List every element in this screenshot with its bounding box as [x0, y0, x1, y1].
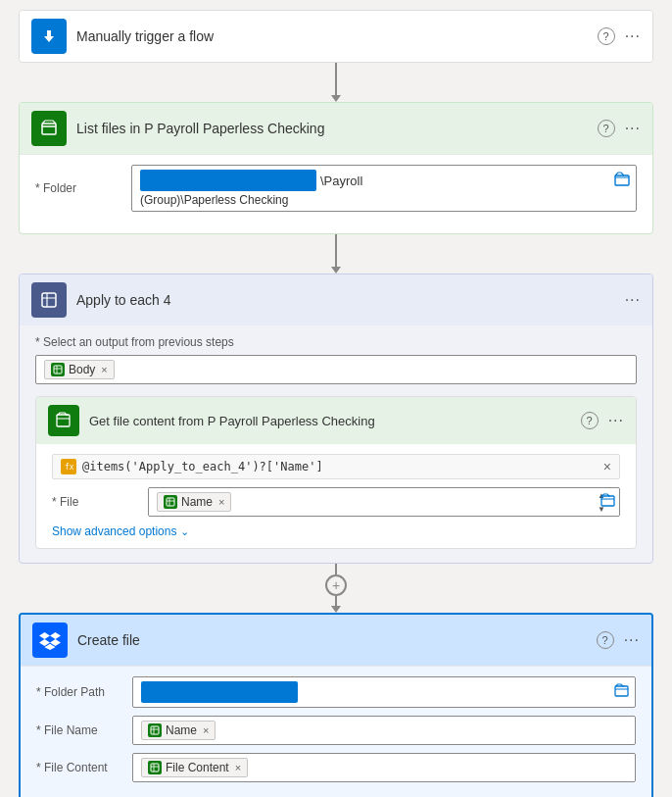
folder-input-row: \Payroll — [140, 170, 628, 191]
apply-each-card: Apply to each 4 ··· * Select an output f… — [19, 274, 653, 564]
create-file-more-icon[interactable]: ··· — [624, 631, 640, 649]
get-file-actions: ? ··· — [581, 412, 624, 429]
connector-line — [335, 63, 337, 95]
file-input-box[interactable]: Name × ▲ ▼ — [148, 487, 620, 517]
listfiles-card: List files in P Payroll Paperless Checki… — [19, 102, 653, 234]
chevron-down-icon: ⌄ — [180, 525, 189, 538]
connector-1 — [331, 63, 341, 102]
body-tag-icon — [51, 363, 65, 376]
svg-rect-10 — [151, 764, 159, 772]
connector-arrow-2 — [331, 267, 341, 274]
listfiles-header: List files in P Payroll Paperless Checki… — [20, 103, 652, 154]
apply-body: * Select an output from previous steps B… — [20, 325, 652, 563]
create-file-body: * Folder Path * File Name — [21, 666, 651, 797]
file-browse-icon[interactable] — [600, 493, 615, 511]
folder-browse-icon[interactable] — [614, 172, 630, 190]
show-advanced-label: Show advanced options — [52, 524, 176, 538]
connector-plus-wrap: + — [325, 564, 347, 613]
apply-more-icon[interactable]: ··· — [625, 291, 641, 309]
file-content-row: * File Content File Content × — [36, 753, 636, 782]
trigger-card: Manually trigger a flow ? ··· — [19, 10, 653, 63]
listfiles-icon — [31, 111, 67, 146]
name-tag-icon — [164, 495, 177, 509]
trigger-help-icon[interactable]: ? — [598, 27, 615, 45]
create-content-tag-close[interactable]: × — [235, 762, 241, 773]
folder-path-label: * Folder Path — [36, 685, 124, 699]
get-file-more-icon[interactable]: ··· — [608, 412, 624, 429]
svg-rect-0 — [42, 124, 56, 134]
trigger-card-header: Manually trigger a flow ? ··· — [20, 11, 652, 62]
file-name-input[interactable]: Name × — [132, 716, 636, 745]
connector-line-3 — [335, 564, 337, 574]
folder-blue-value — [140, 170, 316, 191]
expr-icon: fx — [61, 459, 76, 474]
name-tag-close[interactable]: × — [218, 496, 224, 508]
show-advanced-options[interactable]: Show advanced options ⌄ — [52, 524, 620, 538]
file-content-label: * File Content — [36, 761, 124, 774]
create-content-tag-label: File Content — [166, 761, 229, 774]
connector-arrow-3 — [331, 606, 341, 613]
connector-line-4 — [335, 596, 337, 607]
create-name-tag-close[interactable]: × — [203, 724, 209, 736]
create-file-title: Create file — [77, 632, 587, 648]
listfiles-body: * Folder \Payroll (Group)\Paperless Chec… — [20, 154, 652, 233]
svg-rect-9 — [151, 726, 159, 734]
svg-rect-7 — [601, 496, 614, 506]
expr-text: @items('Apply_to_each_4')?['Name'] — [82, 460, 323, 473]
svg-rect-8 — [615, 686, 628, 696]
svg-text:fx: fx — [65, 463, 73, 472]
listfiles-more-icon[interactable]: ··· — [625, 120, 641, 137]
name-tag-pill: Name × — [157, 492, 231, 512]
create-file-card: Create file ? ··· * Folder Path — [19, 613, 653, 797]
folder-label: * Folder — [35, 181, 123, 195]
get-file-card: Get file content from P Payroll Paperles… — [35, 396, 637, 549]
trigger-actions: ? ··· — [598, 27, 641, 45]
apply-actions: ··· — [625, 291, 641, 309]
expr-box: fx @items('Apply_to_each_4')?['Name'] × — [52, 454, 620, 479]
create-name-tag-label: Name — [166, 723, 197, 737]
file-content-input[interactable]: File Content × — [132, 753, 636, 782]
create-file-help-icon[interactable]: ? — [597, 631, 614, 649]
get-file-icon — [48, 405, 79, 436]
select-input-box[interactable]: Body × — [35, 355, 637, 384]
get-file-header: Get file content from P Payroll Paperles… — [36, 397, 636, 444]
create-file-header: Create file ? ··· — [21, 615, 651, 666]
apply-title: Apply to each 4 — [76, 292, 615, 308]
get-file-help-icon[interactable]: ? — [581, 412, 599, 429]
connector-arrow — [331, 95, 341, 102]
trigger-title: Manually trigger a flow — [76, 28, 588, 44]
listfiles-help-icon[interactable]: ? — [598, 120, 615, 137]
body-tag-label: Body — [69, 363, 95, 376]
name-tag-label: Name — [181, 495, 213, 509]
listfiles-title: List files in P Payroll Paperless Checki… — [76, 121, 588, 136]
svg-rect-6 — [167, 498, 174, 506]
folder-value-part3: (Group)\Paperless Checking — [140, 193, 628, 207]
apply-header: Apply to each 4 ··· — [20, 274, 652, 325]
folder-value-part2: \Payroll — [320, 174, 362, 188]
create-content-tag-pill: File Content × — [141, 758, 248, 777]
file-name-label: * File Name — [36, 723, 124, 737]
body-tag-close[interactable]: × — [101, 364, 107, 375]
apply-icon — [31, 282, 67, 318]
folder-path-blue-value — [141, 681, 298, 703]
file-field-row: * File Name × — [52, 487, 620, 517]
file-name-row: * File Name Name × — [36, 716, 636, 745]
create-file-actions: ? ··· — [597, 631, 640, 649]
folder-field-row: * Folder \Payroll (Group)\Paperless Chec… — [35, 165, 637, 212]
expr-close-icon[interactable]: × — [603, 459, 611, 474]
create-content-tag-icon — [148, 761, 162, 774]
trigger-more-icon[interactable]: ··· — [625, 27, 641, 45]
dropbox-icon — [32, 623, 68, 658]
trigger-icon — [31, 19, 67, 54]
body-tag-pill: Body × — [44, 360, 115, 379]
connector-2 — [331, 234, 341, 274]
svg-rect-4 — [57, 415, 70, 426]
create-name-tag-pill: Name × — [141, 721, 216, 740]
get-file-body: fx @items('Apply_to_each_4')?['Name'] × … — [36, 444, 636, 548]
folder-path-input[interactable] — [132, 676, 636, 708]
svg-rect-3 — [54, 366, 62, 374]
add-step-button[interactable]: + — [325, 574, 347, 596]
folder-input[interactable]: \Payroll (Group)\Paperless Checking — [131, 165, 637, 212]
folder-path-browse-icon[interactable] — [614, 683, 629, 701]
svg-rect-2 — [42, 293, 56, 307]
